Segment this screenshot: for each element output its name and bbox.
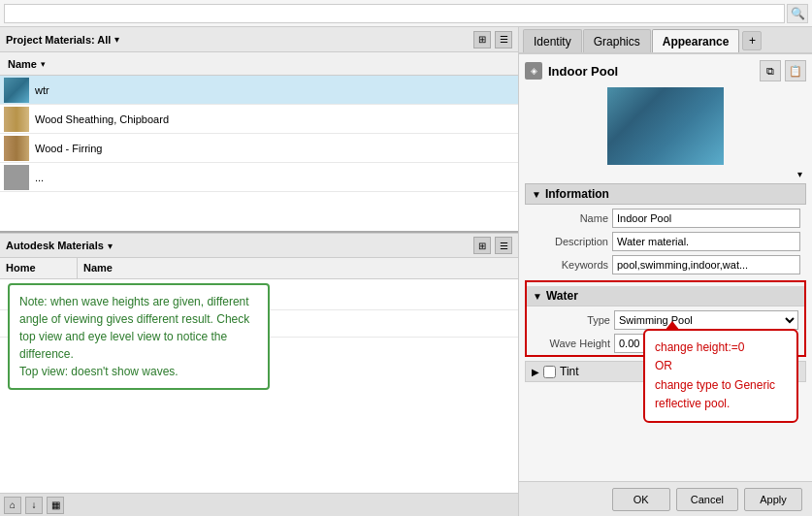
search-button[interactable]: 🔍 (787, 4, 808, 23)
autodesk-list-header: Home Name (0, 258, 518, 279)
name-input[interactable] (612, 209, 800, 228)
home-icon[interactable]: ⌂ (4, 497, 21, 514)
down-arrow-icon[interactable]: ↓ (25, 497, 43, 514)
keywords-label: Keywords (531, 259, 608, 271)
note-tooltip: Note: when wave heights are given, diffe… (8, 283, 270, 390)
top-search-bar: 🔍 (0, 0, 812, 27)
preview-arrow[interactable]: ▾ (525, 169, 806, 179)
tab-appearance-label: Appearance (663, 35, 730, 48)
description-row: Description (525, 230, 806, 253)
right-content: ◈ Indoor Pool ⧉ 📋 ▾ ▼ Information Name D… (519, 54, 812, 481)
autodesk-bar: Autodesk Materials ▾ ⊞ ☰ (0, 233, 518, 258)
material-name: ... (35, 172, 44, 183)
list-item[interactable]: Wood Sheathing, Chipboard (0, 105, 518, 134)
view-toggle-icon[interactable]: ⊞ (473, 31, 491, 48)
name-label: Name (531, 212, 608, 224)
autodesk-materials-section: Autodesk Materials ▾ ⊞ ☰ Home Name Note:… (0, 231, 518, 516)
main-area: Project Materials: All ▾ ⊞ ☰ Name ▾ wtr (0, 27, 812, 516)
info-collapse-arrow[interactable]: ▼ (532, 189, 541, 200)
material-header: ◈ Indoor Pool ⧉ 📋 (525, 60, 806, 81)
search-input[interactable] (4, 4, 785, 23)
material-preview (607, 87, 724, 165)
list-item[interactable]: ... (0, 163, 518, 192)
description-label: Description (531, 236, 608, 247)
water-section-header: ▼ Water (527, 286, 804, 306)
tab-add-button[interactable]: + (742, 31, 762, 50)
ok-button[interactable]: OK (612, 488, 670, 511)
project-label: Project Materials: All (6, 34, 111, 46)
description-input[interactable] (612, 232, 800, 251)
material-name: wtr (35, 84, 49, 96)
tab-add-icon: + (749, 34, 756, 48)
materials-list-header: Name ▾ (0, 52, 518, 76)
list-item[interactable]: Wood - Firring (0, 134, 518, 163)
type-label: Type (533, 314, 610, 326)
information-label: Information (545, 187, 609, 201)
material-name: Wood Sheathing, Chipboard (35, 113, 169, 125)
list-item[interactable]: wtr (0, 76, 518, 105)
keywords-row: Keywords (525, 253, 806, 276)
autodesk-list-area: Home Name Note: when wave heights are gi… (0, 258, 518, 493)
tabs-bar: Identity Graphics Appearance + (519, 27, 812, 54)
keywords-input[interactable] (612, 255, 800, 274)
material-type-icon: ◈ (525, 62, 542, 80)
name-column-header2: Name (78, 258, 118, 278)
water-label: Water (546, 289, 578, 303)
duplicate-button[interactable]: ⧉ (760, 60, 781, 81)
right-panel: Identity Graphics Appearance + ◈ Indoor … (519, 27, 812, 516)
tab-graphics-label: Graphics (594, 35, 640, 48)
home-column-header: Home (0, 258, 78, 278)
project-bar: Project Materials: All ▾ ⊞ ☰ (0, 27, 518, 52)
tab-appearance[interactable]: Appearance (652, 29, 740, 52)
name-row: Name (525, 207, 806, 230)
material-thumbnail (4, 78, 29, 103)
tint-checkbox[interactable] (543, 366, 556, 378)
tab-identity[interactable]: Identity (523, 29, 582, 52)
material-thumbnail (4, 136, 29, 161)
materials-list: wtr Wood Sheathing, Chipboard Wood - Fir… (0, 76, 518, 231)
autodesk-list-view-icon[interactable]: ☰ (495, 237, 512, 254)
material-title: Indoor Pool (548, 64, 618, 79)
autodesk-bar-icons: ⊞ ☰ (473, 237, 512, 254)
bottom-bar: OK Cancel Apply (519, 481, 812, 516)
project-dropdown-arrow[interactable]: ▾ (114, 34, 119, 45)
water-collapse-arrow[interactable]: ▼ (533, 291, 542, 302)
project-bar-icons: ⊞ ☰ (473, 31, 512, 48)
callout-tooltip: change height:=0ORchange type to Generic… (643, 329, 798, 423)
wave-height-label: Wave Height (533, 338, 610, 349)
callout-text: change height:=0ORchange type to Generic… (655, 340, 775, 410)
left-panel: Project Materials: All ▾ ⊞ ☰ Name ▾ wtr (0, 27, 519, 516)
header-action-icons: ⧉ 📋 (760, 60, 806, 81)
tint-label: Tint (560, 365, 579, 378)
tint-collapse-arrow[interactable]: ▶ (532, 367, 539, 377)
autodesk-label: Autodesk Materials (6, 240, 104, 251)
type-select[interactable]: Swimming Pool Generic reflective pool (614, 310, 798, 330)
search-icon: 🔍 (791, 7, 805, 20)
material-thumbnail (4, 165, 29, 190)
grid-icon[interactable]: ▦ (47, 497, 64, 514)
note-text: Note: when wave heights are given, diffe… (19, 295, 249, 378)
tab-graphics[interactable]: Graphics (583, 29, 651, 52)
information-section-header: ▼ Information (525, 183, 806, 205)
export-button[interactable]: 📋 (785, 60, 806, 81)
apply-button[interactable]: Apply (744, 488, 802, 511)
sort-arrow[interactable]: ▾ (41, 59, 46, 69)
bottom-icon-bar: ⌂ ↓ ▦ (0, 493, 518, 516)
material-thumbnail (4, 107, 29, 132)
cancel-button[interactable]: Cancel (676, 488, 738, 511)
autodesk-dropdown-arrow[interactable]: ▾ (108, 241, 113, 251)
name-column-header: Name (8, 58, 37, 70)
autodesk-view-toggle-icon[interactable]: ⊞ (473, 237, 491, 254)
project-materials-section: Project Materials: All ▾ ⊞ ☰ Name ▾ wtr (0, 27, 518, 231)
material-name: Wood - Firring (35, 143, 102, 154)
list-view-icon[interactable]: ☰ (495, 31, 512, 48)
tab-identity-label: Identity (534, 35, 571, 48)
